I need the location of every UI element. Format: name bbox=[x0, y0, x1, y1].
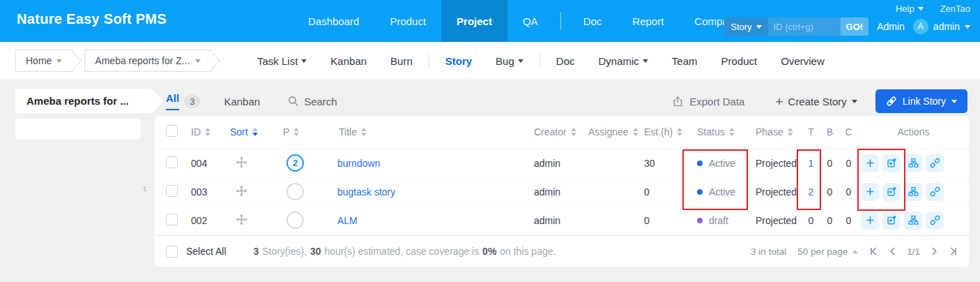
prev-page-button[interactable] bbox=[888, 246, 898, 256]
tab-story[interactable]: Story bbox=[434, 55, 484, 67]
row-checkbox[interactable] bbox=[166, 156, 178, 168]
status-cell: Active bbox=[687, 158, 751, 169]
link-story-button[interactable]: Link Story bbox=[875, 89, 967, 113]
chevron-right-icon bbox=[929, 246, 939, 256]
track-story-button[interactable] bbox=[904, 154, 922, 172]
per-page-dropdown[interactable]: 50 per page bbox=[797, 246, 858, 257]
breadcrumb-project[interactable]: Ameba reports for Z... bbox=[84, 50, 211, 72]
task-count-link[interactable]: 2 bbox=[809, 186, 814, 198]
project-tabs: Task List Kanban Burn Story Bug Doc Dyna… bbox=[245, 42, 836, 80]
nav-dashboard[interactable]: Dashboard bbox=[293, 0, 374, 42]
next-page-button[interactable] bbox=[929, 246, 939, 256]
tab-team[interactable]: Team bbox=[660, 55, 710, 67]
breadcrumb-home[interactable]: Home bbox=[15, 50, 73, 72]
breadcrumb: Home Ameba reports for Z... bbox=[15, 50, 212, 72]
help-menu[interactable]: Help bbox=[896, 3, 924, 14]
column-status[interactable]: Status bbox=[687, 126, 751, 138]
column-tasks[interactable]: T bbox=[808, 126, 814, 138]
drag-move-icon[interactable] bbox=[236, 156, 247, 168]
create-story-button[interactable]: + Create Story bbox=[775, 95, 857, 108]
go-button[interactable]: GO! bbox=[841, 17, 869, 36]
app-title: Nature Easy Soft PMS bbox=[17, 11, 167, 27]
story-title-link[interactable]: burndown bbox=[337, 158, 381, 169]
nav-product[interactable]: Product bbox=[374, 0, 441, 42]
column-priority[interactable]: P bbox=[283, 126, 337, 138]
select-all-checkbox[interactable] bbox=[166, 246, 178, 258]
track-story-button[interactable] bbox=[904, 183, 922, 201]
track-story-button[interactable] bbox=[904, 212, 922, 230]
nav-doc[interactable]: Doc bbox=[568, 0, 618, 42]
summary-story-count: 3 bbox=[254, 246, 259, 257]
select-all-checkbox-header[interactable] bbox=[166, 125, 178, 137]
select-all-label[interactable]: Select All bbox=[186, 246, 227, 257]
unlink-story-button[interactable] bbox=[926, 212, 944, 230]
bug-count: 0 bbox=[827, 186, 833, 198]
top-bar: Nature Easy Soft PMS Dashboard Product P… bbox=[0, 0, 980, 42]
column-bugs[interactable]: B bbox=[827, 126, 833, 138]
row-checkbox[interactable] bbox=[166, 214, 178, 225]
sort-arrows-icon bbox=[788, 128, 793, 136]
drag-move-icon[interactable] bbox=[236, 214, 247, 225]
sidebar-module-box[interactable] bbox=[15, 119, 141, 140]
priority-badge[interactable] bbox=[286, 212, 304, 229]
tab-overview[interactable]: Overview bbox=[769, 55, 836, 67]
search-module-dropdown[interactable]: Story bbox=[724, 17, 767, 36]
drag-move-icon[interactable] bbox=[236, 185, 247, 197]
chevron-up-icon bbox=[852, 250, 858, 253]
user-menu[interactable]: A admin bbox=[913, 19, 970, 34]
top-right-cluster: Help ZenTao Story GO! Admin bbox=[724, 3, 970, 36]
table-row: 003 bugtask story admin 0 bbox=[155, 177, 969, 206]
sidebar-current-project[interactable]: Ameba reports for ... bbox=[15, 89, 152, 113]
unlink-story-button[interactable] bbox=[926, 154, 944, 172]
column-title[interactable]: Title bbox=[337, 126, 534, 138]
column-cases[interactable]: C bbox=[845, 126, 852, 138]
tab-kanban[interactable]: Kanban bbox=[319, 55, 378, 67]
column-phase[interactable]: Phase bbox=[751, 126, 802, 138]
row-checkbox[interactable] bbox=[166, 185, 178, 197]
table-row: 002 ALM admin 0 bbox=[155, 206, 969, 235]
batch-create-task-button[interactable] bbox=[882, 154, 901, 172]
tab-doc[interactable]: Doc bbox=[544, 55, 587, 67]
priority-badge[interactable]: 2 bbox=[286, 154, 304, 172]
priority-badge[interactable] bbox=[286, 183, 304, 200]
nav-qa[interactable]: QA bbox=[507, 0, 553, 42]
plus-icon bbox=[865, 186, 875, 197]
last-page-button[interactable] bbox=[948, 246, 958, 256]
create-task-button[interactable] bbox=[861, 183, 879, 201]
status-cell: draft bbox=[687, 215, 751, 226]
tab-product[interactable]: Product bbox=[710, 55, 770, 67]
first-page-button[interactable] bbox=[869, 246, 879, 256]
sidebar-collapse-handle[interactable]: ‹ bbox=[143, 183, 146, 194]
export-data-button[interactable]: Export Data bbox=[672, 96, 744, 107]
story-id: 002 bbox=[191, 215, 207, 226]
nav-report[interactable]: Report bbox=[617, 0, 679, 42]
tab-burn[interactable]: Burn bbox=[378, 55, 424, 67]
phase-cell: Projected bbox=[756, 186, 797, 198]
batch-create-task-button[interactable] bbox=[882, 212, 901, 230]
zentao-link[interactable]: ZenTao bbox=[940, 3, 970, 14]
create-task-button[interactable] bbox=[861, 154, 879, 172]
story-title-link[interactable]: bugtask story bbox=[337, 186, 395, 198]
column-sort[interactable]: Sort bbox=[230, 126, 283, 138]
nav-project[interactable]: Project bbox=[441, 0, 507, 42]
tab-kanban-view[interactable]: Kanban bbox=[224, 96, 260, 107]
batch-create-icon bbox=[887, 215, 897, 225]
tab-task-list[interactable]: Task List bbox=[245, 55, 319, 67]
story-title-link[interactable]: ALM bbox=[337, 215, 358, 226]
batch-create-task-button[interactable] bbox=[882, 183, 901, 201]
column-creator[interactable]: Creator bbox=[534, 126, 588, 138]
column-id[interactable]: ID bbox=[191, 126, 230, 138]
tab-bug[interactable]: Bug bbox=[484, 55, 535, 67]
tab-all[interactable]: All bbox=[166, 92, 179, 110]
create-task-button[interactable] bbox=[861, 212, 879, 230]
unlink-story-button[interactable] bbox=[926, 183, 944, 201]
admin-link[interactable]: Admin bbox=[877, 21, 905, 32]
tab-dynamic[interactable]: Dynamic bbox=[587, 55, 660, 67]
task-count-link[interactable]: 1 bbox=[809, 158, 814, 169]
tab-search[interactable]: Search bbox=[288, 96, 337, 107]
search-id-input[interactable] bbox=[768, 17, 841, 36]
summary-hour-count: 30 bbox=[310, 246, 321, 257]
sitemap-icon bbox=[908, 158, 919, 168]
column-estimate[interactable]: Est.(h) bbox=[644, 126, 687, 138]
column-assignee[interactable]: Assignee bbox=[588, 126, 644, 138]
